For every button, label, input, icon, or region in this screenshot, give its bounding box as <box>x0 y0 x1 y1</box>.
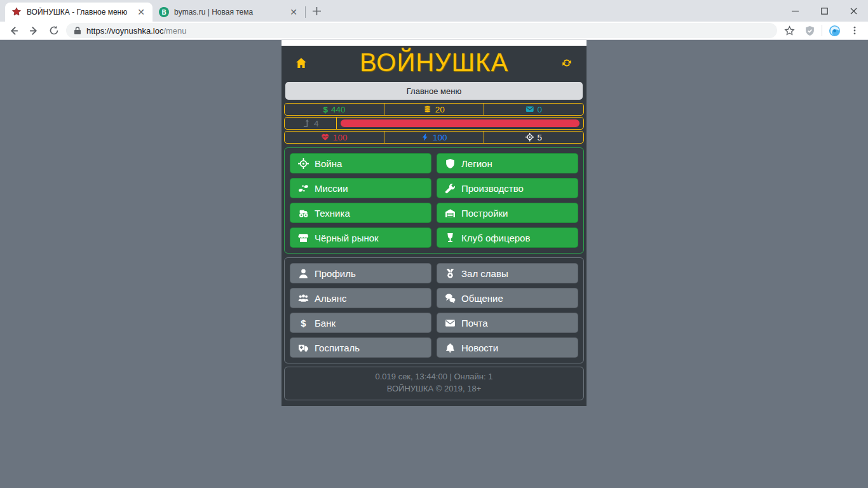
user-icon <box>298 268 309 279</box>
coins-value: 20 <box>435 105 445 114</box>
menu-button-news[interactable]: Новости <box>437 337 578 358</box>
xp-progress <box>336 118 583 129</box>
footer-copyright-line: ВОЙНУШКА © 2019, 18+ <box>285 383 583 395</box>
primary-menu-group: Война Легион Миссии Производство Техника <box>284 147 584 254</box>
forward-button[interactable] <box>25 22 42 39</box>
menu-button-hall-of-fame[interactable]: Зал славы <box>437 263 578 283</box>
menu-button-mail[interactable]: Почта <box>437 313 578 333</box>
health-stat: 100 <box>285 132 384 143</box>
home-icon[interactable] <box>295 57 307 69</box>
menu-button-buildings[interactable]: Постройки <box>437 203 578 223</box>
crosshair-icon <box>526 133 534 142</box>
stats-row-vitals: 100 100 5 <box>284 131 584 144</box>
menu-button-chat[interactable]: Общение <box>437 288 578 308</box>
comments-icon <box>445 293 456 304</box>
ammo-value: 5 <box>537 133 542 142</box>
menu-button-legion[interactable]: Легион <box>437 153 578 173</box>
shield-extension-icon[interactable] <box>801 22 818 39</box>
window-controls <box>780 0 868 22</box>
mail-stat: 0 <box>484 104 583 115</box>
menu-button-profile[interactable]: Профиль <box>290 263 431 283</box>
plus-icon <box>313 7 321 15</box>
dollar-icon: $ <box>323 105 328 114</box>
money-stat: $ 440 <box>285 104 384 115</box>
button-label: Производство <box>461 183 524 194</box>
back-button[interactable] <box>5 22 22 39</box>
game-container: ВОЙНУШКА Главное меню $ 440 20 <box>281 40 587 406</box>
button-label: Альянс <box>315 293 346 304</box>
users-icon <box>298 293 309 304</box>
tab-close-icon[interactable]: ✕ <box>288 6 299 18</box>
lock-icon <box>74 26 81 35</box>
button-label: Зал славы <box>461 268 508 279</box>
menu-button-war[interactable]: Война <box>290 153 431 173</box>
game-title: ВОЙНУШКА <box>307 48 561 77</box>
browser-menu-icon[interactable] <box>846 22 863 39</box>
minimize-button[interactable] <box>780 0 810 22</box>
menu-button-missions[interactable]: Миссии <box>290 178 431 198</box>
button-label: Легион <box>461 158 492 169</box>
energy-stat: 100 <box>384 132 484 143</box>
button-label: Банк <box>315 318 336 329</box>
heartbeat-icon <box>321 133 330 142</box>
tab-bymas[interactable]: В bymas.ru | Новая тема ✕ <box>153 3 305 22</box>
shoe-prints-icon <box>298 183 309 194</box>
warehouse-icon <box>445 208 456 219</box>
maximize-button[interactable] <box>810 0 839 22</box>
tab-strip: ВОЙНУШКА - Главное меню ✕ В bymas.ru | Н… <box>0 0 868 22</box>
button-label: Чёрный рынок <box>315 233 379 243</box>
game-panel: ВОЙНУШКА Главное меню $ 440 20 <box>281 46 587 406</box>
game-header: ВОЙНУШКА <box>281 46 587 79</box>
button-label: Госпиталь <box>315 342 360 353</box>
tab-title: bymas.ru | Новая тема <box>174 8 283 17</box>
medal-icon <box>445 268 456 279</box>
new-tab-button[interactable] <box>308 3 325 19</box>
bookmark-star-icon[interactable] <box>781 22 797 39</box>
green-circle-b-icon: В <box>159 7 169 17</box>
ambulance-icon <box>298 342 309 353</box>
menu-button-hospital[interactable]: Госпиталь <box>290 337 431 358</box>
wrench-icon <box>445 183 456 194</box>
tab-divider <box>305 6 306 18</box>
menu-button-vehicles[interactable]: Техника <box>290 203 431 223</box>
menu-button-alliance[interactable]: Альянс <box>290 288 431 308</box>
button-label: Клуб офицеров <box>461 233 530 243</box>
button-label: Новости <box>461 342 498 353</box>
url-host: https://voynushka.loc <box>86 26 163 36</box>
coins-icon <box>423 105 432 114</box>
secondary-menu-group: Профиль Зал славы Альянс Общение $ Банк <box>284 257 584 363</box>
button-label: Общение <box>461 293 503 304</box>
button-label: Профиль <box>315 268 356 279</box>
bell-icon <box>445 342 456 353</box>
stats-table: $ 440 20 0 4 <box>284 103 584 144</box>
swirl-extension-icon[interactable] <box>826 22 843 39</box>
mail-value: 0 <box>537 105 542 114</box>
coins-stat: 20 <box>384 104 484 115</box>
tab-title: ВОЙНУШКА - Главное меню <box>27 8 131 17</box>
energy-value: 100 <box>433 133 447 142</box>
menu-button-bank[interactable]: $ Банк <box>290 313 431 333</box>
footer-info: 0.019 сек, 13:44:00 | Онлайн: 1 ВОЙНУШКА… <box>284 367 584 400</box>
stats-row-resources: $ 440 20 0 <box>284 103 584 116</box>
ammo-stat: 5 <box>484 132 583 143</box>
url-path: /menu <box>163 26 186 36</box>
goblet-icon <box>445 233 456 243</box>
footer-stats-line: 0.019 сек, 13:44:00 | Онлайн: 1 <box>285 371 583 383</box>
refresh-icon[interactable] <box>561 57 573 69</box>
breadcrumb: Главное меню <box>285 82 583 100</box>
tab-close-icon[interactable]: ✕ <box>136 6 146 18</box>
button-label: Миссии <box>315 183 348 194</box>
health-value: 100 <box>333 133 348 142</box>
menu-button-black-market[interactable]: Чёрный рынок <box>290 227 431 248</box>
reload-button[interactable] <box>46 22 62 39</box>
envelope-icon <box>445 318 456 329</box>
button-label: Почта <box>461 318 488 329</box>
tab-voynushka[interactable]: ВОЙНУШКА - Главное меню ✕ <box>5 3 153 22</box>
url-text: https://voynushka.loc/menu <box>86 26 187 36</box>
menu-button-production[interactable]: Производство <box>437 178 578 198</box>
bolt-icon <box>421 133 430 142</box>
close-button[interactable] <box>839 0 868 22</box>
menu-button-officers-club[interactable]: Клуб офицеров <box>437 227 578 248</box>
url-bar[interactable]: https://voynushka.loc/menu <box>66 23 777 38</box>
envelope-icon <box>526 105 534 114</box>
